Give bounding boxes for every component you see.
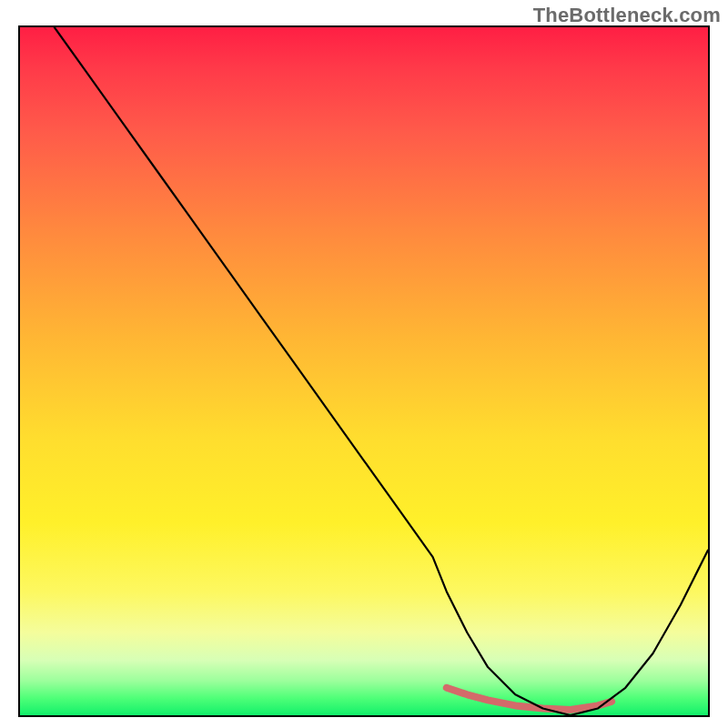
chart-svg	[20, 27, 708, 715]
watermark-label: TheBottleneck.com	[533, 4, 721, 27]
bottleneck-curve-series	[55, 27, 708, 715]
chart-container: TheBottleneck.com	[0, 0, 728, 728]
optimal-highlight-series	[447, 688, 612, 710]
plot-area	[18, 25, 710, 717]
